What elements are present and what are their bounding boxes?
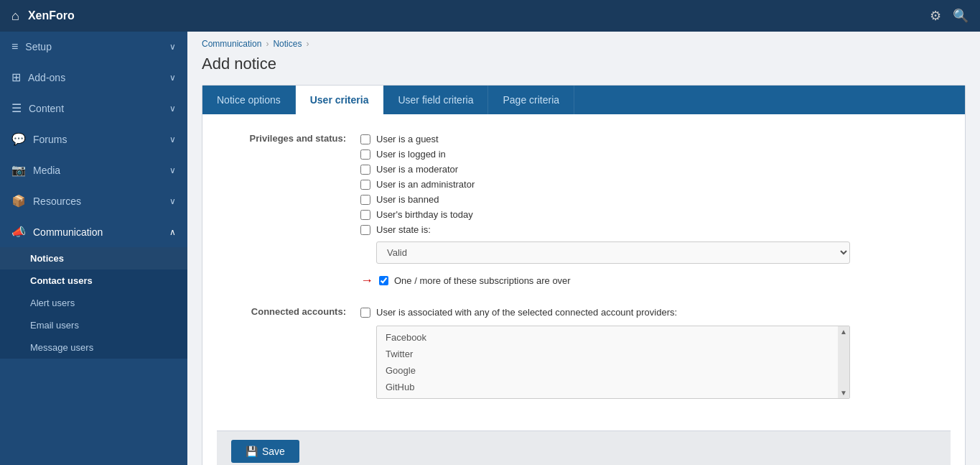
sidebar-item-notices[interactable]: Notices [0, 247, 187, 270]
breadcrumb-communication[interactable]: Communication [202, 39, 261, 49]
sidebar-item-content[interactable]: ☰ Content ∨ [0, 93, 187, 124]
communication-icon: 📣 [11, 225, 26, 239]
scroll-up-icon[interactable]: ▲ [840, 328, 847, 336]
checkbox-state-label: User state is: [376, 224, 431, 235]
tab-user-criteria[interactable]: User criteria [296, 86, 384, 114]
form-content: Privileges and status: User is a guest U… [202, 114, 965, 431]
checkbox-connected[interactable]: User is associated with any of the selec… [360, 305, 951, 320]
checkbox-logged-in[interactable]: User is logged in [360, 147, 951, 162]
checkbox-admin-label: User is an administrator [376, 179, 475, 190]
chevron-down-icon: ∨ [169, 165, 176, 175]
checkbox-moderator[interactable]: User is a moderator [360, 162, 951, 177]
sidebar-item-message-users[interactable]: Message users [0, 336, 187, 359]
subscriptions-label: One / more of these subscriptions are ov… [394, 275, 571, 286]
checkbox-moderator-input[interactable] [360, 165, 370, 175]
provider-twitter[interactable]: Twitter [377, 346, 849, 362]
resources-icon: 📦 [11, 194, 26, 208]
main-content: Communication › Notices › Add notice Not… [187, 32, 980, 465]
sidebar-item-label-addons: Add-ons [28, 72, 65, 83]
provider-google[interactable]: Google [377, 362, 849, 379]
chevron-down-icon: ∨ [169, 103, 176, 114]
top-navigation: ⌂ XenForo ⚙ 🔍 [0, 0, 980, 32]
state-select-wrapper: Valid [376, 241, 951, 264]
tab-page-criteria[interactable]: Page criteria [488, 86, 574, 114]
checkbox-logged-in-label: User is logged in [376, 149, 446, 160]
sidebar-item-forums[interactable]: 💬 Forums ∨ [0, 124, 187, 155]
checkbox-guest-input[interactable] [360, 134, 370, 144]
checkbox-banned-label: User is banned [376, 194, 439, 205]
addons-icon: ⊞ [11, 70, 21, 84]
chevron-up-icon: ∧ [169, 227, 176, 237]
sidebar-item-setup[interactable]: ≡ Setup ∨ [0, 32, 187, 62]
checkbox-state-input[interactable] [360, 225, 370, 235]
breadcrumb-notices[interactable]: Notices [273, 39, 302, 49]
nav-icons: ⚙ 🔍 [930, 8, 969, 24]
connected-accounts-row: Connected accounts: User is associated w… [217, 305, 951, 399]
search-icon[interactable]: 🔍 [953, 8, 969, 24]
sidebar: ≡ Setup ∨ ⊞ Add-ons ∨ ☰ Content ∨ 💬 Foru… [0, 32, 187, 465]
setup-icon: ≡ [11, 40, 18, 53]
content-icon: ☰ [11, 101, 22, 115]
checkbox-admin-input[interactable] [360, 180, 370, 190]
breadcrumb-sep-2: › [306, 39, 309, 49]
checkbox-admin[interactable]: User is an administrator [360, 177, 951, 192]
checkbox-guest-label: User is a guest [376, 134, 439, 144]
chevron-down-icon: ∨ [169, 134, 176, 144]
privileges-row: Privileges and status: User is a guest U… [217, 132, 951, 290]
content-card: Notice options User criteria User field … [202, 85, 966, 465]
provider-facebook[interactable]: Facebook [377, 329, 849, 346]
scroll-down-icon[interactable]: ▼ [840, 389, 847, 397]
tab-bar: Notice options User criteria User field … [202, 86, 965, 114]
state-select[interactable]: Valid [376, 241, 850, 264]
subscriptions-row[interactable]: → One / more of these subscriptions are … [360, 271, 951, 290]
sidebar-item-communication[interactable]: 📣 Communication ∧ [0, 216, 187, 247]
connected-accounts-label: Connected accounts: [217, 305, 360, 399]
media-icon: 📷 [11, 163, 26, 177]
sidebar-item-email-users[interactable]: Email users [0, 314, 187, 336]
sidebar-item-media[interactable]: 📷 Media ∨ [0, 155, 187, 185]
provider-github[interactable]: GitHub [377, 379, 849, 395]
home-icon[interactable]: ⌂ [11, 9, 19, 24]
checkbox-state[interactable]: User state is: [360, 222, 951, 237]
sidebar-item-label-media: Media [33, 165, 60, 176]
checkbox-birthday-label: User's birthday is today [376, 209, 473, 220]
settings-icon[interactable]: ⚙ [930, 8, 941, 24]
connected-accounts-content: User is associated with any of the selec… [360, 305, 951, 399]
sidebar-item-contact-users[interactable]: Contact users [0, 270, 187, 292]
chevron-down-icon: ∨ [169, 73, 176, 83]
checkbox-connected-input[interactable] [360, 308, 370, 318]
save-icon: 💾 [246, 446, 258, 457]
checkbox-birthday[interactable]: User's birthday is today [360, 207, 951, 222]
checkbox-banned[interactable]: User is banned [360, 192, 951, 207]
chevron-down-icon: ∨ [169, 196, 176, 206]
providers-listbox: Facebook Twitter Google GitHub ▲ ▼ [376, 326, 850, 399]
breadcrumb-sep-1: › [266, 39, 269, 49]
page-title: Add notice [187, 52, 980, 85]
sidebar-item-label-content: Content [29, 103, 64, 114]
communication-subitems: Notices Contact users Alert users Email … [0, 247, 187, 359]
checkbox-logged-in-input[interactable] [360, 149, 370, 160]
tab-notice-options[interactable]: Notice options [202, 86, 296, 114]
privileges-label: Privileges and status: [217, 132, 360, 290]
sidebar-item-addons[interactable]: ⊞ Add-ons ∨ [0, 62, 187, 93]
checkbox-birthday-input[interactable] [360, 210, 370, 220]
sidebar-item-label-resources: Resources [33, 195, 81, 207]
chevron-down-icon: ∨ [169, 42, 176, 52]
sidebar-item-label-forums: Forums [33, 134, 67, 145]
subscriptions-checkbox[interactable] [379, 276, 388, 285]
forums-icon: 💬 [11, 132, 26, 146]
privileges-content: User is a guest User is logged in User i… [360, 132, 951, 290]
checkbox-moderator-label: User is a moderator [376, 164, 458, 175]
tab-user-field-criteria[interactable]: User field criteria [383, 86, 488, 114]
footer-bar: 💾 Save [217, 431, 951, 465]
sidebar-item-resources[interactable]: 📦 Resources ∨ [0, 185, 187, 216]
sidebar-item-alert-users[interactable]: Alert users [0, 292, 187, 314]
breadcrumb: Communication › Notices › [187, 32, 980, 52]
checkbox-guest[interactable]: User is a guest [360, 132, 951, 147]
save-button[interactable]: 💾 Save [231, 440, 299, 463]
checkbox-banned-input[interactable] [360, 195, 370, 205]
listbox-scrollbar[interactable]: ▲ ▼ [838, 326, 849, 398]
checkbox-connected-label: User is associated with any of the selec… [376, 307, 677, 318]
save-label: Save [262, 446, 285, 457]
app-title: XenForo [28, 9, 930, 22]
